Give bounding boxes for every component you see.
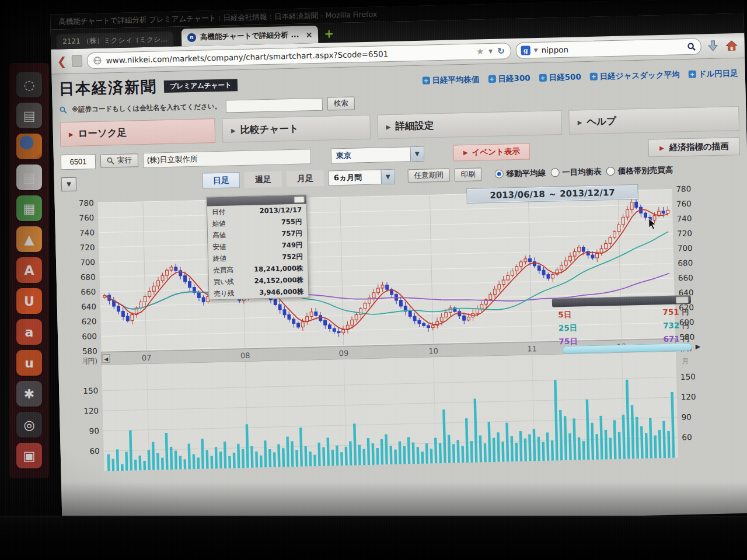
libreoffice-writer-icon[interactable]: ▤ [16,164,42,190]
period-tab-daily[interactable]: 日足 [203,172,240,189]
svg-text:640: 640 [81,302,96,312]
chevron-down-icon[interactable]: ▼ [410,146,424,161]
tab-close-icon[interactable]: × [305,30,312,39]
ticker-search-button[interactable]: 検索 [327,96,355,110]
event-display-button[interactable]: ▶ イベント表示 [453,143,530,161]
svg-text:120: 120 [83,406,99,416]
svg-text:700: 700 [678,243,693,253]
scrollbar-arrow-icon[interactable]: ▶ [696,343,701,351]
ticker-search-input[interactable] [226,97,323,113]
nav-link-4[interactable]: +ドル円日足 [688,68,738,79]
svg-text:月: 月 [82,356,89,365]
photo-of-monitor: ◌▤▤▦▲AUau✱◎▣ 高機能チャートで詳細分析 プレミアムチャート：日経会社… [0,0,747,560]
nav-link-1[interactable]: +日経300 [488,73,530,85]
svg-text:60: 60 [89,446,100,456]
active-tab[interactable]: n 高機能チャートで詳細分析 ... × [181,26,318,47]
radio-ichimoku[interactable]: 一目均衡表 [550,166,602,178]
radio-dot[interactable] [606,167,615,176]
active-tab-label: 高機能チャートで詳細分析 ... [200,30,299,42]
browser-search-box[interactable]: g ▼ nippon [515,38,701,58]
svg-text:150: 150 [680,372,696,382]
svg-text:700: 700 [80,257,95,267]
trash-icon[interactable]: ▣ [16,443,42,468]
economic-indicator-button[interactable]: ▶ 経済指標の描画 [648,137,740,158]
link-plus-icon: + [539,74,546,82]
link-plus-icon: + [590,73,598,80]
app-a-icon[interactable]: A [16,257,42,283]
nav-link-0[interactable]: +日経平均株価 [422,74,479,86]
period-tab-monthly[interactable]: 月足 [286,170,324,187]
svg-text:660: 660 [81,287,96,297]
stock-code-input[interactable] [61,153,96,169]
tooltip-minimize-button[interactable] [294,197,305,203]
tab-candlestick[interactable]: ▶ ローソク足 [60,118,215,146]
tab-compare-chart[interactable]: ▶ 比較チャート [222,115,371,143]
tab-help[interactable]: ▶ ヘルプ [568,106,739,135]
app-a2-icon[interactable]: a [16,319,42,345]
svg-text:720: 720 [677,229,692,239]
svg-text:月: 月 [682,357,689,365]
bookmark-sidebar-icon[interactable] [71,55,82,66]
google-engine-icon[interactable]: g [521,46,530,55]
files-icon[interactable]: ▤ [16,103,42,128]
radio-dot[interactable] [550,168,559,177]
svg-text:760: 760 [676,199,692,209]
laptop-bezel [0,516,747,560]
period-range-select[interactable]: 6ヵ月間 ▼ [328,169,395,186]
svg-text:90: 90 [681,412,692,421]
url-dropdown-icon[interactable]: ▼ [488,48,493,54]
nikkei-favicon: n [187,33,196,41]
drag-grip[interactable] [676,296,689,304]
downloads-icon[interactable] [706,40,720,52]
svg-text:620: 620 [81,317,96,327]
libreoffice-calc-icon[interactable]: ▦ [16,195,42,221]
svg-text:120: 120 [681,392,696,402]
link-plus-icon: + [688,71,696,78]
nav-link-2[interactable]: +日経500 [539,72,581,83]
firefox-icon[interactable] [16,134,42,159]
period-tab-weekly[interactable]: 週足 [245,171,282,188]
tooltip-body: 日付2013/12/17始値755円高値757円安値749円終値752円売買高1… [207,204,309,299]
app-u2-icon[interactable]: u [16,350,42,376]
search-go-icon[interactable] [687,42,696,51]
radio-moving-average[interactable]: 移動平均線 [494,167,546,179]
tab-detail-settings[interactable]: ▶ 詳細設定 [377,110,562,139]
radio-volume-by-price[interactable]: 価格帯別売買高 [606,164,673,177]
new-tab-button[interactable]: + [324,26,334,40]
engine-dropdown-icon[interactable]: ▼ [534,47,538,53]
home-icon[interactable] [724,40,738,51]
reload-icon[interactable]: ↻ [497,46,505,56]
libreoffice-impress-icon[interactable]: ▲ [16,226,42,252]
globe-icon [93,57,102,65]
print-button[interactable]: 印刷 [454,167,482,181]
bookmark-star-icon[interactable]: ★ [476,46,484,57]
svg-text:780: 780 [676,184,691,194]
community-icon[interactable]: ◎ [16,412,42,438]
settings-gear-icon[interactable]: ✱ [16,381,42,407]
ticker-search-hint: ※証券コードもしくは会社名を入れてください。 [72,102,221,114]
legend-row: 25日732 円 [558,320,689,334]
chevron-down-icon[interactable]: ▼ [381,169,395,184]
search-query-text: nippon [541,42,683,55]
nav-link-3[interactable]: +日経ジャスダック平均 [590,69,680,82]
radio-dot[interactable] [495,169,504,178]
magnifier-icon [107,157,114,164]
execute-button[interactable]: 実行 [100,153,139,168]
company-name-field[interactable] [143,149,312,168]
index-nav-links: +日経平均株価+日経300+日経500+日経ジャスダック平均+ドル円日足 [422,68,738,86]
collapse-dropdown-button[interactable]: ▼ [61,177,77,191]
svg-text:10: 10 [428,346,438,355]
back-button[interactable]: ❮ [57,54,67,68]
link-plus-icon: + [488,75,495,83]
svg-text:09: 09 [339,349,349,358]
background-tab[interactable]: 2121 （株）ミクシィ（ミクシ... [57,32,173,50]
svg-text:150: 150 [83,386,98,396]
nikkei-logo[interactable]: 日本経済新聞 [59,76,158,99]
app-u-icon[interactable]: U [16,288,42,314]
exchange-select[interactable]: 東京 ▼ [331,146,425,163]
custom-period-button[interactable]: 任意期間 [407,169,450,183]
ubuntu-dash-icon[interactable]: ◌ [16,72,42,97]
svg-text:◀: ◀ [104,356,108,362]
premium-chart-badge: プレミアムチャート [164,79,238,93]
search-icon [60,106,67,114]
